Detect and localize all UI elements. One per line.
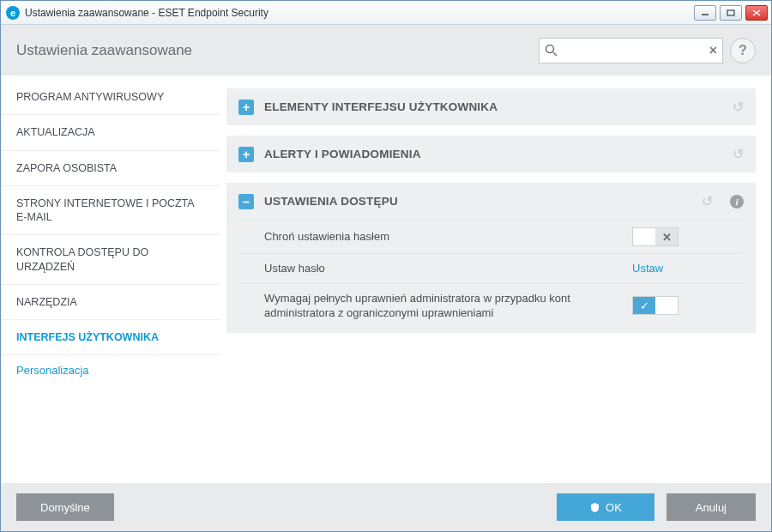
toggle-protect-password[interactable]: ✕ <box>632 227 679 246</box>
panel-header[interactable]: + ELEMENTY INTERFEJSU UŻYTKOWNIKA ↺ <box>226 88 756 125</box>
panel-access-settings: – USTAWIENIA DOSTĘPU ↺ i Chroń ustawieni… <box>226 183 756 333</box>
sidebar-item-firewall[interactable]: ZAPORA OSOBISTA <box>1 151 220 186</box>
setting-label: Wymagaj pełnych uprawnień administratora… <box>264 291 632 321</box>
default-button-label: Domyślne <box>40 501 90 514</box>
maximize-icon <box>727 9 735 16</box>
panel-body: Chroń ustawienia hasłem ✕ Ustaw hasło Us… <box>226 220 756 333</box>
ok-button-label: OK <box>606 501 622 514</box>
expand-icon: + <box>238 100 254 115</box>
footer: Domyślne OK Anuluj <box>1 483 771 531</box>
body: PROGRAM ANTYWIRUSOWY AKTUALIZACJA ZAPORA… <box>1 76 771 483</box>
sidebar-item-ui[interactable]: INTERFEJS UŻYTKOWNIKA <box>1 320 220 355</box>
sidebar-item-device-control[interactable]: KONTROLA DOSTĘPU DO URZĄDZEŃ <box>1 235 220 285</box>
sidebar-item-label: ZAPORA OSOBISTA <box>16 162 117 174</box>
ok-button[interactable]: OK <box>557 493 654 521</box>
window-controls <box>694 5 768 21</box>
reset-icon[interactable]: ↺ <box>733 99 744 115</box>
content: + ELEMENTY INTERFEJSU UŻYTKOWNIKA ↺ + AL… <box>220 76 771 483</box>
setting-row-protect-password: Chroń ustawienia hasłem ✕ <box>238 220 744 253</box>
search-icon <box>545 44 558 57</box>
sidebar-item-label: STRONY INTERNETOWE I POCZTA E-MAIL <box>16 197 194 223</box>
collapse-icon: – <box>238 194 254 209</box>
panel-title: ELEMENTY INTERFEJSU UŻYTKOWNIKA <box>264 100 722 113</box>
page-title: Ustawienia zaawansowane <box>16 42 192 59</box>
search-wrap: × ? <box>539 38 756 63</box>
setting-label: Chroń ustawienia hasłem <box>264 229 632 245</box>
sidebar-item-label: INTERFEJS UŻYTKOWNIKA <box>16 331 159 343</box>
app-window: e Ustawienia zaawansowane - ESET Endpoin… <box>0 0 772 532</box>
panel-header[interactable]: + ALERTY I POWIADOMIENIA ↺ <box>226 136 756 172</box>
sidebar: PROGRAM ANTYWIRUSOWY AKTUALIZACJA ZAPORA… <box>1 76 220 483</box>
panel-title: USTAWIENIA DOSTĘPU <box>264 195 691 208</box>
reset-icon[interactable]: ↺ <box>733 146 744 162</box>
toggle-on-icon: ✓ <box>633 297 655 314</box>
close-icon <box>752 9 761 16</box>
maximize-button[interactable] <box>720 5 742 21</box>
titlebar: e Ustawienia zaawansowane - ESET Endpoin… <box>1 1 771 25</box>
sidebar-item-label: NARZĘDZIA <box>16 296 77 308</box>
cancel-button-label: Anuluj <box>696 501 727 514</box>
sidebar-sub-label: Personalizacja <box>16 364 89 377</box>
window-title: Ustawienia zaawansowane - ESET Endpoint … <box>25 7 694 19</box>
shield-icon <box>589 502 600 513</box>
minimize-icon <box>701 9 709 16</box>
panel-header[interactable]: – USTAWIENIA DOSTĘPU ↺ i <box>226 183 756 220</box>
info-icon[interactable]: i <box>730 195 744 209</box>
header-bar: Ustawienia zaawansowane × ? <box>1 25 771 76</box>
panel-title: ALERTY I POWIADOMIENIA <box>264 148 722 160</box>
svg-rect-1 <box>727 10 734 15</box>
panel-ui-elements: + ELEMENTY INTERFEJSU UŻYTKOWNIKA ↺ <box>226 88 756 125</box>
sidebar-item-label: PROGRAM ANTYWIRUSOWY <box>16 91 164 103</box>
sidebar-item-web-email[interactable]: STRONY INTERNETOWE I POCZTA E-MAIL <box>1 186 220 236</box>
svg-line-5 <box>553 52 557 56</box>
sidebar-item-label: AKTUALIZACJA <box>16 126 95 138</box>
help-button[interactable]: ? <box>730 38 756 63</box>
setting-row-require-admin: Wymagaj pełnych uprawnień administratora… <box>238 283 744 328</box>
cancel-button[interactable]: Anuluj <box>666 493 756 521</box>
sidebar-item-antivirus[interactable]: PROGRAM ANTYWIRUSOWY <box>1 80 220 115</box>
toggle-require-admin[interactable]: ✓ <box>632 296 679 315</box>
search-clear-icon[interactable]: × <box>709 43 717 58</box>
default-button[interactable]: Domyślne <box>16 493 114 521</box>
expand-icon: + <box>238 147 254 162</box>
sidebar-item-update[interactable]: AKTUALIZACJA <box>1 115 220 150</box>
setting-label: Ustaw hasło <box>264 261 632 276</box>
setting-row-set-password: Ustaw hasło Ustaw <box>238 253 744 283</box>
svg-point-4 <box>546 45 554 53</box>
app-icon: e <box>6 6 20 20</box>
panel-alerts: + ALERTY I POWIADOMIENIA ↺ <box>226 136 756 172</box>
sidebar-sub-personalization[interactable]: Personalizacja <box>1 355 220 385</box>
sidebar-item-label: KONTROLA DOSTĘPU DO URZĄDZEŃ <box>16 246 148 272</box>
search-input[interactable] <box>563 44 709 57</box>
reset-icon[interactable]: ↺ <box>702 193 713 209</box>
close-button[interactable] <box>745 5 768 21</box>
set-password-link[interactable]: Ustaw <box>632 262 663 275</box>
toggle-off-icon: ✕ <box>655 228 678 245</box>
sidebar-item-tools[interactable]: NARZĘDZIA <box>1 285 220 320</box>
minimize-button[interactable] <box>694 5 716 21</box>
search-box[interactable]: × <box>539 38 723 63</box>
